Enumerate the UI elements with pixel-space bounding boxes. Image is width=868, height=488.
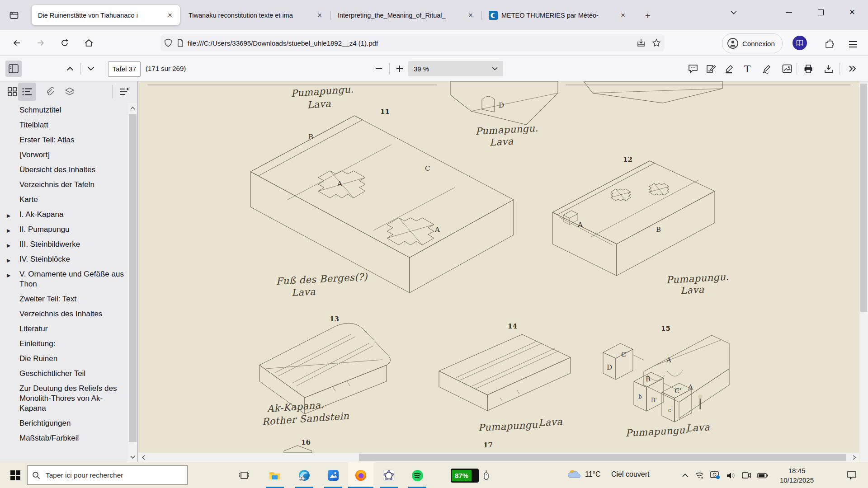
draw-button[interactable] xyxy=(759,61,775,77)
pdf-viewer-content[interactable]: Pumapungu. Lava D Pumapungu. Lava xyxy=(138,81,859,462)
expand-triangle-icon[interactable]: ▶ xyxy=(7,271,10,281)
next-page-button[interactable] xyxy=(83,61,99,77)
outline-item-ak-kapana[interactable]: ▶I. Ak-Kapana xyxy=(0,207,127,222)
outline-item-zur-deutung[interactable]: Zur Deutung des Reliefs des Monolith-Tho… xyxy=(0,381,127,416)
minimize-button[interactable] xyxy=(778,4,799,21)
tray-battery-button[interactable] xyxy=(754,467,771,483)
outline-item-ornamente[interactable]: ▶V. Ornamente und Gefäße aus Thon xyxy=(0,267,127,292)
mouse-device-button[interactable] xyxy=(479,467,493,483)
expand-triangle-icon[interactable]: ▶ xyxy=(7,256,10,266)
url-bar[interactable]: file:///C:/Users/33695/Downloads/stuebel… xyxy=(160,34,665,52)
firefox-view-button[interactable] xyxy=(5,7,23,23)
page-number-input[interactable]: Tafel 37 xyxy=(108,61,141,77)
edge-button[interactable] xyxy=(293,467,315,483)
outline-item-geschichtlicher-teil[interactable]: Geschichtlicher Teil xyxy=(0,366,127,381)
maximize-button[interactable] xyxy=(810,4,831,21)
wifi-button[interactable] xyxy=(692,467,707,483)
outline-item-berichtigungen[interactable]: Berichtigungen xyxy=(0,416,127,431)
back-button[interactable] xyxy=(8,34,25,52)
current-outline-item-button[interactable] xyxy=(116,83,134,101)
start-button[interactable] xyxy=(5,467,26,483)
expand-triangle-icon[interactable]: ▶ xyxy=(7,241,10,251)
toggle-sidebar-button[interactable] xyxy=(5,61,22,77)
outline-item-titelblatt[interactable]: Titelblatt xyxy=(0,118,127,133)
file-explorer-button[interactable] xyxy=(264,467,286,483)
outline-item-verzeichnis-tafeln[interactable]: Verzeichnis der Tafeln xyxy=(0,178,127,192)
highlight-button[interactable] xyxy=(721,61,737,77)
insert-image-button[interactable] xyxy=(779,61,795,77)
spotify-button[interactable] xyxy=(406,467,428,483)
weather-description[interactable]: Ciel couvert xyxy=(611,470,649,479)
outline-item-pumapungu[interactable]: ▶II. Pumapungu xyxy=(0,222,127,237)
scrollbar-thumb[interactable] xyxy=(129,114,137,442)
zoom-select[interactable]: 39 % xyxy=(408,61,503,76)
extension-icon[interactable] xyxy=(793,36,807,50)
save-pdf-button[interactable] xyxy=(821,61,837,77)
tab-close-icon[interactable]: × xyxy=(314,10,325,21)
bookmark-star-icon[interactable] xyxy=(652,38,661,47)
task-view-button[interactable] xyxy=(233,467,255,483)
battery-widget[interactable]: 87% xyxy=(451,469,479,483)
tray-expand-button[interactable] xyxy=(677,467,693,483)
outline-item-die-ruinen[interactable]: Die Ruinen xyxy=(0,352,127,366)
scroll-left-button[interactable] xyxy=(138,453,148,462)
expand-triangle-icon[interactable]: ▶ xyxy=(7,211,10,221)
close-window-button[interactable]: × xyxy=(842,4,863,21)
new-tab-button[interactable]: + xyxy=(641,9,655,23)
notification-center-button[interactable] xyxy=(842,467,862,483)
vertical-scrollbar[interactable] xyxy=(859,81,868,462)
attachments-view-button[interactable] xyxy=(41,83,59,101)
sync-display-button[interactable] xyxy=(707,467,723,483)
outline-item-vorwort[interactable]: [Vorwort] xyxy=(0,148,127,163)
print-button[interactable] xyxy=(800,61,816,77)
outline-item-karte[interactable]: Karte xyxy=(0,192,127,207)
tab-close-icon[interactable]: × xyxy=(165,10,175,21)
outline-item-steinbloecke[interactable]: ▶IV. Steinblöcke xyxy=(0,252,127,267)
weather-temperature[interactable]: 11°C xyxy=(585,470,601,479)
forward-button[interactable] xyxy=(32,34,49,52)
app-menu-button[interactable] xyxy=(844,36,862,53)
outline-item-einleitung[interactable]: Einleitung: xyxy=(0,337,127,352)
expand-triangle-icon[interactable]: ▶ xyxy=(7,226,10,236)
scrollbar-thumb[interactable] xyxy=(860,84,867,312)
zoom-in-button[interactable] xyxy=(392,61,408,77)
text-tool-button[interactable]: T xyxy=(739,61,755,77)
sidebar-scrollbar[interactable] xyxy=(128,103,137,462)
tab-close-icon[interactable]: × xyxy=(465,10,476,21)
zoom-out-button[interactable] xyxy=(371,61,387,77)
tab-meteo[interactable]: METEO THUMERIES par Météo- × xyxy=(482,5,633,25)
signature-button[interactable] xyxy=(703,61,719,77)
outline-item-massstab[interactable]: Maßstab/Farbkeil xyxy=(0,431,127,446)
geogebra-button[interactable] xyxy=(378,467,400,483)
tab-tiwanaku[interactable]: Tiwanaku reconstitution texte et ima × xyxy=(182,5,330,25)
scrollbar-thumb[interactable] xyxy=(359,454,846,461)
volume-button[interactable] xyxy=(723,467,739,483)
outline-item-uebersicht[interactable]: Übersicht des Inhaltes xyxy=(0,163,127,178)
scroll-right-button[interactable] xyxy=(849,453,859,462)
scroll-down-button[interactable] xyxy=(128,452,137,462)
taskbar-clock[interactable]: 18:45 10/12/2025 xyxy=(775,466,818,485)
outline-item-erster-teil-atlas[interactable]: Erster Teil: Atlas xyxy=(0,133,127,148)
tab-die-ruinenstaette[interactable]: Die Ruinenstätte von Tiahuanaco i × xyxy=(32,5,180,25)
scroll-up-button[interactable] xyxy=(128,103,137,113)
reload-button[interactable] xyxy=(56,34,73,52)
outline-item-literatur[interactable]: Literatur xyxy=(0,322,127,337)
outline-item-zweiter-teil[interactable]: Zweiter Teil: Text xyxy=(0,292,127,307)
photos-button[interactable] xyxy=(322,467,344,483)
save-page-icon[interactable] xyxy=(637,38,646,47)
tab-interpreting[interactable]: Interpreting_the_Meaning_of_Ritual_ × xyxy=(331,5,481,25)
outline-item-schmutztitel[interactable]: Schmutztitel xyxy=(0,103,127,118)
previous-page-button[interactable] xyxy=(62,61,78,77)
annotations-button[interactable] xyxy=(685,61,701,77)
outline-item-steinbildwerke[interactable]: ▶III. Steinbildwerke xyxy=(0,237,127,252)
outline-view-button[interactable] xyxy=(18,83,36,101)
more-tools-button[interactable] xyxy=(844,61,861,77)
tab-close-icon[interactable]: × xyxy=(618,10,628,21)
meet-now-button[interactable] xyxy=(739,467,754,483)
sign-in-button[interactable]: Connexion xyxy=(722,33,783,53)
list-all-tabs-button[interactable] xyxy=(723,4,744,21)
weather-button[interactable] xyxy=(563,467,585,483)
extensions-puzzle-button[interactable] xyxy=(821,36,838,53)
firefox-button[interactable] xyxy=(350,467,372,483)
home-button[interactable] xyxy=(80,34,97,52)
